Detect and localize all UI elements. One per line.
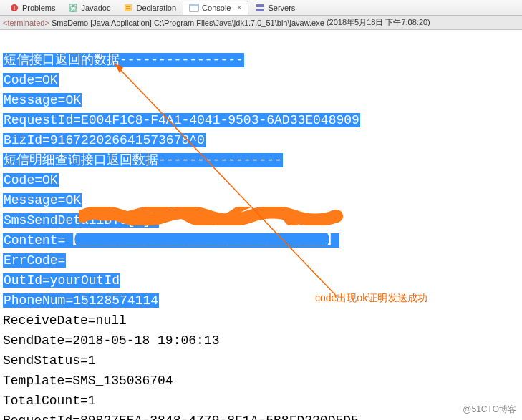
tab-label: Javadoc	[81, 4, 110, 12]
console-line: Code=OK	[3, 170, 519, 190]
executable-path: C:\Program Files\Java\jdk1.7.0_51\bin\ja…	[154, 19, 324, 27]
console-line: Template=SMS_135036704	[3, 371, 519, 391]
console-line: ReceiveDate=null	[3, 311, 519, 331]
tab-label: Servers	[268, 4, 295, 12]
console-line: 短信接口返回的数据----------------	[3, 50, 519, 70]
console-line: Message=OK	[3, 190, 519, 210]
console-status-line: <terminated> SmsDemo [Java Application] …	[0, 16, 522, 30]
console-line: Message=OK	[3, 90, 519, 110]
console-line: TotalCount=1	[3, 391, 519, 411]
console-line: PhoneNum=15128574114	[3, 290, 519, 311]
svg-rect-4	[125, 4, 132, 11]
javadoc-icon: @	[68, 3, 78, 13]
tab-declaration[interactable]: Declaration	[117, 1, 183, 15]
console-line: RequestId=E004F1C8-F4A1-4041-9503-6AD33E…	[3, 110, 519, 130]
console-line: SendStatus=1	[3, 351, 519, 371]
svg-rect-10	[256, 9, 264, 11]
console-line: RequestId=89B27EEA-3848-4779-8F1A-5B8FD2…	[3, 411, 519, 420]
view-tab-bar: ! Problems @ Javadoc Declaration Console…	[0, 0, 522, 16]
tab-label: Problems	[22, 4, 55, 12]
terminated-label: <terminated>	[3, 19, 49, 27]
svg-rect-9	[256, 4, 264, 7]
console-line: 短信明细查询接口返回数据----------------	[3, 150, 519, 170]
console-line: Content=【_______________________________…	[3, 230, 519, 250]
watermark: @51CTO博客	[463, 404, 516, 416]
annotation-note: code出现ok证明发送成功	[315, 292, 427, 305]
console-line: BizId=916722026641573678^0	[3, 130, 519, 150]
app-name: SmsDemo [Java Application]	[52, 19, 152, 27]
svg-text:!: !	[14, 4, 16, 11]
console-line: OutId=yourOutId	[3, 270, 519, 290]
problems-icon: !	[9, 3, 19, 13]
tab-label: Console	[202, 4, 231, 12]
console-line: SmsSendDetailDTO[0]:	[3, 210, 519, 230]
launch-timestamp: (2018年5月18日 下午7:08:20)	[327, 17, 430, 28]
declaration-icon	[123, 3, 133, 13]
console-output[interactable]: 短信接口返回的数据----------------Code=OKMessage=…	[0, 30, 522, 420]
close-icon[interactable]: ✕	[236, 4, 242, 11]
svg-rect-8	[190, 4, 198, 6]
tab-console[interactable]: Console ✕	[183, 1, 248, 15]
svg-text:@: @	[69, 4, 77, 12]
console-line: Code=OK	[3, 70, 519, 90]
console-line: SendDate=2018-05-18 19:06:13	[3, 331, 519, 351]
servers-icon	[255, 3, 265, 13]
tab-label: Declaration	[136, 4, 176, 12]
console-icon	[189, 3, 199, 13]
console-line: ErrCode=	[3, 250, 519, 270]
tab-servers[interactable]: Servers	[248, 1, 301, 15]
tab-problems[interactable]: ! Problems	[3, 1, 62, 15]
tab-javadoc[interactable]: @ Javadoc	[62, 1, 117, 15]
